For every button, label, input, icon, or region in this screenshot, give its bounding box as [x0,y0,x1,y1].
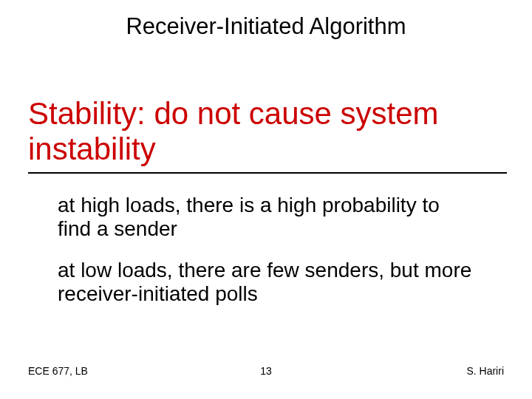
slide-heading: Stability: do not cause system instabili… [28,96,507,174]
footer-page-number: 13 [0,365,532,377]
footer-author: S. Hariri [466,365,504,377]
slide-title: Receiver-Initiated Algorithm [0,13,532,40]
slide: Receiver-Initiated Algorithm Stability: … [0,0,532,399]
bullet-item: at low loads, there are few senders, but… [58,259,488,306]
bullet-item: at high loads, there is a high probabili… [58,194,466,241]
